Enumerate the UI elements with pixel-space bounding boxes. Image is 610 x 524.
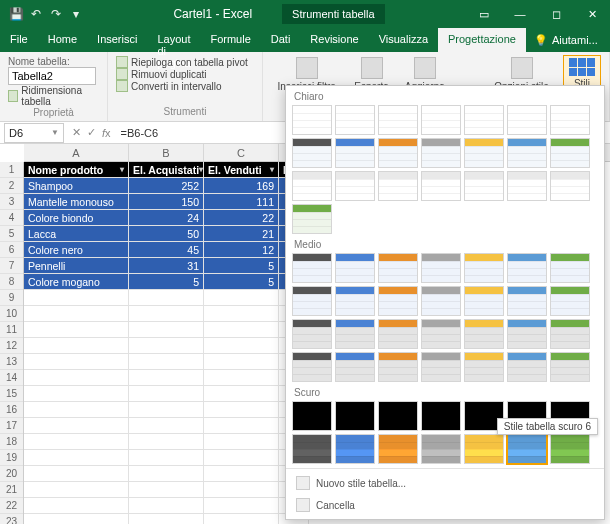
cell[interactable]: Pennelli	[24, 258, 129, 274]
row-14[interactable]: 14	[0, 370, 23, 386]
row-16[interactable]: 16	[0, 402, 23, 418]
style-thumb[interactable]	[378, 171, 418, 201]
style-thumb[interactable]	[421, 253, 461, 283]
row-headers[interactable]: 1234567891011121314151617181920212223242…	[0, 162, 24, 524]
style-thumb[interactable]	[464, 105, 504, 135]
cell[interactable]	[129, 306, 204, 322]
style-thumb[interactable]	[464, 434, 504, 464]
cell[interactable]: 24	[129, 210, 204, 226]
cell[interactable]: 111	[204, 194, 279, 210]
cell[interactable]	[204, 306, 279, 322]
row-22[interactable]: 22	[0, 498, 23, 514]
cell[interactable]	[24, 370, 129, 386]
row-4[interactable]: 4	[0, 210, 23, 226]
row-5[interactable]: 5	[0, 226, 23, 242]
cell[interactable]	[204, 482, 279, 498]
style-thumb[interactable]	[550, 171, 590, 201]
col-A[interactable]: A	[24, 144, 129, 161]
cell[interactable]	[129, 354, 204, 370]
style-thumb[interactable]	[507, 286, 547, 316]
style-thumb[interactable]	[292, 171, 332, 201]
style-thumb[interactable]	[335, 401, 375, 431]
style-thumb[interactable]	[335, 319, 375, 349]
tab-review[interactable]: Revisione	[300, 28, 368, 52]
style-thumb[interactable]	[421, 105, 461, 135]
row-15[interactable]: 15	[0, 386, 23, 402]
maximize-icon[interactable]: ◻	[538, 0, 574, 28]
style-thumb[interactable]	[550, 138, 590, 168]
style-thumb[interactable]	[507, 253, 547, 283]
row-7[interactable]: 7	[0, 258, 23, 274]
row-3[interactable]: 3	[0, 194, 23, 210]
style-thumb[interactable]	[378, 319, 418, 349]
style-thumb[interactable]	[464, 253, 504, 283]
style-thumb[interactable]	[378, 105, 418, 135]
cell[interactable]	[129, 402, 204, 418]
cell[interactable]	[24, 322, 129, 338]
cell[interactable]	[24, 434, 129, 450]
convert-range[interactable]: Converti in intervallo	[116, 80, 254, 92]
minimize-icon[interactable]: —	[502, 0, 538, 28]
style-thumb[interactable]	[507, 105, 547, 135]
style-thumb[interactable]	[421, 401, 461, 431]
row-6[interactable]: 6	[0, 242, 23, 258]
cell[interactable]	[129, 386, 204, 402]
style-thumb[interactable]	[292, 319, 332, 349]
table-name-input[interactable]	[8, 67, 96, 85]
tab-file[interactable]: File	[0, 28, 38, 52]
cell[interactable]	[129, 498, 204, 514]
cell[interactable]	[129, 482, 204, 498]
cell[interactable]: 45	[129, 242, 204, 258]
cell[interactable]: Colore mogano	[24, 274, 129, 290]
cell[interactable]	[24, 402, 129, 418]
style-thumb[interactable]	[464, 319, 504, 349]
row-20[interactable]: 20	[0, 466, 23, 482]
cell[interactable]	[204, 466, 279, 482]
row-8[interactable]: 8	[0, 274, 23, 290]
row-1[interactable]: 1	[0, 162, 23, 178]
cell[interactable]: 50	[129, 226, 204, 242]
cell[interactable]	[204, 450, 279, 466]
cell[interactable]: 5	[204, 274, 279, 290]
style-thumb[interactable]	[335, 105, 375, 135]
style-thumb[interactable]	[550, 434, 590, 464]
tab-layout[interactable]: Layout di pagina	[147, 28, 200, 52]
tab-data[interactable]: Dati	[261, 28, 301, 52]
style-thumb[interactable]	[550, 105, 590, 135]
style-thumb[interactable]	[550, 352, 590, 382]
cell[interactable]	[129, 322, 204, 338]
style-thumb[interactable]	[335, 352, 375, 382]
cell[interactable]	[204, 418, 279, 434]
style-thumb[interactable]	[421, 286, 461, 316]
style-thumb[interactable]	[464, 352, 504, 382]
cell[interactable]: 5	[204, 258, 279, 274]
style-thumb[interactable]	[507, 171, 547, 201]
cell[interactable]: 21	[204, 226, 279, 242]
style-thumb[interactable]	[378, 434, 418, 464]
tab-formulas[interactable]: Formule	[200, 28, 260, 52]
cell[interactable]: Nome prodotto▾	[24, 162, 129, 178]
tab-view[interactable]: Visualizza	[369, 28, 438, 52]
undo-icon[interactable]: ↶	[28, 6, 44, 22]
tell-me[interactable]: 💡Aiutami...	[526, 28, 606, 52]
style-thumb[interactable]	[507, 319, 547, 349]
style-thumb[interactable]	[421, 352, 461, 382]
cell[interactable]	[24, 498, 129, 514]
tab-design[interactable]: Progettazione	[438, 28, 526, 52]
row-12[interactable]: 12	[0, 338, 23, 354]
style-thumb[interactable]	[292, 105, 332, 135]
row-17[interactable]: 17	[0, 418, 23, 434]
style-thumb[interactable]	[335, 171, 375, 201]
row-2[interactable]: 2	[0, 178, 23, 194]
cell[interactable]	[24, 306, 129, 322]
tab-home[interactable]: Home	[38, 28, 87, 52]
cell[interactable]	[204, 434, 279, 450]
cell[interactable]: 22	[204, 210, 279, 226]
cell[interactable]	[24, 466, 129, 482]
cell[interactable]: 12	[204, 242, 279, 258]
style-thumb[interactable]	[378, 352, 418, 382]
style-thumb[interactable]	[335, 286, 375, 316]
cell[interactable]	[204, 386, 279, 402]
cell[interactable]	[129, 338, 204, 354]
style-thumb[interactable]	[507, 434, 547, 464]
